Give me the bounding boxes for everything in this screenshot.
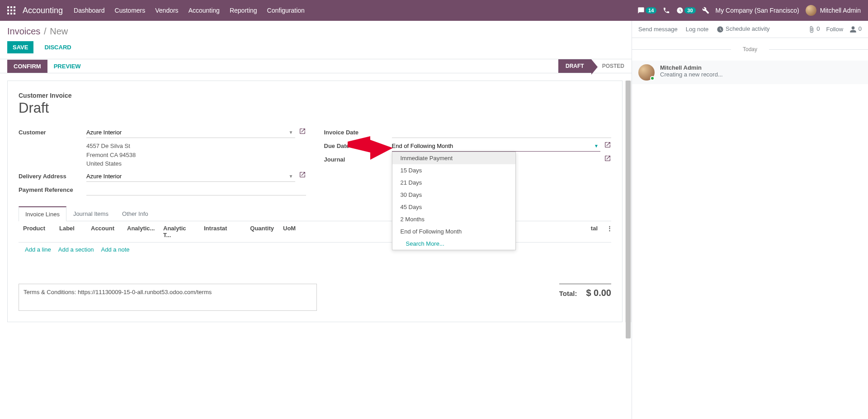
menu-reporting[interactable]: Reporting xyxy=(230,7,257,14)
col-uom[interactable]: UoM xyxy=(278,225,306,238)
col-intrastat[interactable]: Intrastat xyxy=(199,225,240,238)
external-link-icon[interactable] xyxy=(299,127,306,135)
payref-input[interactable] xyxy=(86,185,306,195)
chevron-down-icon[interactable]: ▼ xyxy=(289,130,293,135)
main-menu: Dashboard Customers Vendors Accounting R… xyxy=(74,7,305,14)
tab-invoice-lines[interactable]: Invoice Lines xyxy=(19,206,66,221)
discard-button[interactable]: DISCARD xyxy=(39,41,76,53)
totals-summary: Total: $ 0.00 xyxy=(559,284,611,298)
user-name: Mitchell Admin xyxy=(820,7,861,14)
col-quantity[interactable]: Quantity xyxy=(240,225,278,238)
chatter-message: Mitchell Admin Creating a new record... xyxy=(632,61,868,84)
due-date-dropdown[interactable]: Immediate Payment 15 Days 21 Days 30 Day… xyxy=(392,152,516,250)
delivery-input[interactable] xyxy=(86,171,295,182)
attachments-button[interactable]: 0 xyxy=(808,25,820,33)
user-menu[interactable]: Mitchell Admin xyxy=(806,5,861,16)
scrollbar-thumb[interactable] xyxy=(626,81,631,338)
clock-icon xyxy=(676,7,684,14)
breadcrumb-separator: / xyxy=(44,26,47,36)
total-label: Total: xyxy=(559,290,577,297)
dropdown-option[interactable]: 2 Months xyxy=(392,213,515,225)
col-analytic-tags[interactable]: Analytic T... xyxy=(159,225,199,238)
external-link-icon[interactable] xyxy=(299,171,306,179)
breadcrumb-current: New xyxy=(50,26,68,36)
invoice-date-input[interactable] xyxy=(392,127,612,138)
chevron-down-icon[interactable]: ▼ xyxy=(594,143,599,148)
company-selector[interactable]: My Company (San Francisco) xyxy=(716,7,799,14)
scrollbar-track[interactable] xyxy=(625,81,632,322)
menu-dashboard[interactable]: Dashboard xyxy=(74,7,105,14)
avatar-icon xyxy=(638,64,655,81)
messages-badge: 14 xyxy=(646,7,656,14)
sheet-subtitle: Customer Invoice xyxy=(19,92,611,99)
col-total[interactable]: tal xyxy=(584,225,602,238)
total-value: $ 0.00 xyxy=(586,288,611,298)
activities-button[interactable]: 30 xyxy=(676,7,695,14)
tab-journal-items[interactable]: Journal Items xyxy=(66,206,115,221)
columns-menu-icon[interactable]: ⋮ xyxy=(602,225,611,238)
chatter-sidebar: Send message Log note Schedule activity … xyxy=(632,21,868,419)
menu-accounting[interactable]: Accounting xyxy=(189,7,220,14)
send-message-button[interactable]: Send message xyxy=(638,26,678,33)
external-link-icon[interactable] xyxy=(604,141,611,148)
chevron-down-icon[interactable]: ▼ xyxy=(289,174,293,179)
breadcrumb: Invoices / New xyxy=(0,21,632,38)
menu-configuration[interactable]: Configuration xyxy=(267,7,305,14)
notebook-tabs: Invoice Lines Journal Items Other Info xyxy=(19,206,611,221)
sheet-title: Draft xyxy=(19,100,611,116)
dropdown-option[interactable]: Immediate Payment xyxy=(392,152,515,164)
status-draft[interactable]: DRAFT xyxy=(558,59,591,73)
journal-label: Journal xyxy=(324,154,392,163)
external-link-icon[interactable] xyxy=(604,154,611,162)
payref-label: Payment Reference xyxy=(19,185,86,193)
chatter-toolbar: Send message Log note Schedule activity … xyxy=(632,21,868,38)
app-brand[interactable]: Accounting xyxy=(23,6,63,15)
customer-address: 4557 De Silva St Fremont CA 94538 United… xyxy=(86,142,306,168)
add-section-link[interactable]: Add a section xyxy=(58,246,94,253)
col-product[interactable]: Product xyxy=(19,225,55,238)
wrench-icon xyxy=(702,7,709,14)
messages-button[interactable]: 14 xyxy=(637,7,656,14)
paperclip-icon xyxy=(808,26,815,33)
log-note-button[interactable]: Log note xyxy=(686,26,709,33)
add-line-link[interactable]: Add a line xyxy=(25,246,51,253)
breadcrumb-parent[interactable]: Invoices xyxy=(7,26,40,36)
dropdown-search-more[interactable]: Search More... xyxy=(392,238,515,250)
invoice-lines-table: Product Label Account Analytic... Analyt… xyxy=(19,221,611,257)
col-label[interactable]: Label xyxy=(55,225,86,238)
debug-button[interactable] xyxy=(702,7,709,14)
confirm-button[interactable]: CONFIRM xyxy=(7,60,47,73)
tab-other-info[interactable]: Other Info xyxy=(115,206,155,221)
customer-input[interactable] xyxy=(86,127,295,138)
menu-customers[interactable]: Customers xyxy=(115,7,146,14)
schedule-activity-button[interactable]: Schedule activity xyxy=(717,25,769,33)
col-account[interactable]: Account xyxy=(86,225,123,238)
form-sheet: Customer Invoice Draft Customer ▼ xyxy=(7,81,623,322)
due-date-input[interactable] xyxy=(392,141,601,152)
user-icon xyxy=(849,26,857,33)
status-posted[interactable]: POSTED xyxy=(591,59,632,73)
main-content: Invoices / New SAVE DISCARD CONFIRM PREV… xyxy=(0,21,632,419)
phone-button[interactable] xyxy=(663,7,670,14)
message-text: Creating a new record... xyxy=(660,71,723,78)
top-navigation: Accounting Dashboard Customers Vendors A… xyxy=(0,0,868,21)
due-date-label: Due Date xyxy=(324,141,392,149)
terms-textarea[interactable]: Terms & Conditions: https://11130009-15-… xyxy=(19,284,317,311)
dropdown-option[interactable]: End of Following Month xyxy=(392,225,515,238)
apps-icon[interactable] xyxy=(7,6,15,14)
follow-button[interactable]: Follow xyxy=(826,26,844,33)
customer-label: Customer xyxy=(19,127,86,136)
dropdown-option[interactable]: 45 Days xyxy=(392,201,515,213)
phone-icon xyxy=(663,7,670,14)
menu-vendors[interactable]: Vendors xyxy=(155,7,178,14)
followers-button[interactable]: 0 xyxy=(849,25,862,33)
action-bar: SAVE DISCARD xyxy=(0,38,632,59)
preview-button[interactable]: PREVIEW xyxy=(47,60,87,73)
col-analytic[interactable]: Analytic... xyxy=(123,225,159,238)
dropdown-option[interactable]: 30 Days xyxy=(392,189,515,201)
message-author: Mitchell Admin xyxy=(660,64,723,71)
save-button[interactable]: SAVE xyxy=(7,41,33,53)
add-note-link[interactable]: Add a note xyxy=(101,246,130,253)
dropdown-option[interactable]: 15 Days xyxy=(392,164,515,176)
dropdown-option[interactable]: 21 Days xyxy=(392,176,515,189)
